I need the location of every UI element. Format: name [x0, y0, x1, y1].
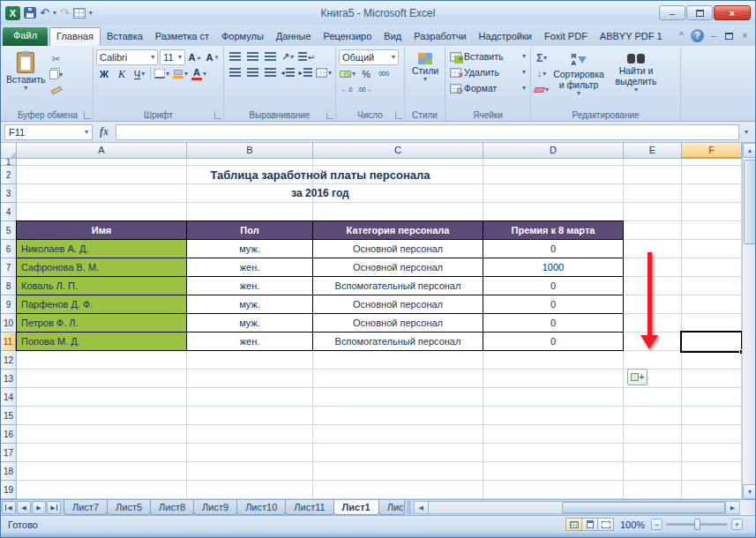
fill-button[interactable]: ↓▾ [534, 66, 550, 81]
grow-font-button[interactable]: А▲ [187, 50, 203, 65]
row-header-11[interactable]: 11 [1, 333, 17, 351]
category-cell[interactable]: Основной персонал [313, 314, 483, 333]
name-cell[interactable]: Петров Ф. Л. [17, 314, 187, 333]
sheet-subtitle[interactable]: за 2016 год [17, 184, 624, 203]
format-cells-button[interactable]: ⚙ Формат ▾ [448, 80, 528, 96]
next-sheet-button[interactable]: ▶ [32, 501, 46, 514]
autosum-button[interactable]: Σ▾ [534, 50, 550, 65]
undo-dropdown-icon[interactable]: ▾ [53, 10, 56, 17]
bold-button[interactable]: Ж [96, 66, 112, 81]
row-header-12[interactable]: 12 [1, 351, 17, 370]
bonus-cell[interactable]: 0 [483, 333, 624, 351]
column-header-a[interactable]: A [17, 143, 187, 159]
sort-filter-button[interactable]: ЯА Сортировка и фильтр ▾ [551, 49, 606, 109]
font-name-combo[interactable]: Calibri▾ [96, 49, 158, 65]
column-header-f[interactable]: F [682, 143, 742, 159]
row-header-19[interactable]: 19 [1, 481, 17, 499]
maximize-button[interactable] [686, 5, 713, 20]
vertical-scrollbar[interactable]: ▲ ▼ [742, 143, 756, 499]
excel-logo-icon[interactable]: X [5, 6, 20, 20]
sheet-tab-list1-active[interactable]: Лист1 [333, 500, 379, 515]
category-cell[interactable]: Основной персонал [313, 258, 483, 277]
gender-cell[interactable]: жен. [187, 333, 313, 351]
increase-indent-button[interactable]: ▸ [297, 65, 313, 80]
row-header-13[interactable]: 13 [1, 370, 17, 388]
find-select-button[interactable]: Найти и выделить ▾ [608, 49, 664, 109]
align-top-button[interactable] [227, 49, 243, 64]
tab-addins[interactable]: Надстройки [473, 27, 538, 46]
vertical-scroll-thumb[interactable] [744, 160, 756, 244]
percent-format-button[interactable]: % [358, 66, 374, 81]
gender-cell[interactable]: муж. [187, 314, 313, 333]
row-header-9[interactable]: 9 [1, 295, 17, 314]
zoom-level-text[interactable]: 100% [618, 519, 647, 530]
sheet-title[interactable]: Таблица заработной платы персонала [17, 166, 624, 184]
last-sheet-button[interactable]: ▶ [47, 501, 61, 514]
category-cell[interactable]: Основной персонал [313, 240, 483, 258]
name-cell[interactable]: Николаев А. Д. [17, 240, 187, 258]
workbook-restore-icon[interactable] [722, 29, 736, 42]
table-header-cell[interactable]: Премия к 8 марта [483, 221, 624, 240]
zoom-in-button[interactable]: + [731, 519, 743, 530]
sheet-tab-list5[interactable]: Лист5 [107, 500, 151, 515]
bonus-cell[interactable]: 0 [483, 314, 624, 333]
increase-decimal-button[interactable]: ←.0 [339, 82, 355, 97]
first-sheet-button[interactable]: ◀ [2, 501, 16, 514]
fill-color-button[interactable]: ▾ [172, 66, 189, 81]
row-header-1[interactable]: 1 [1, 159, 17, 166]
tab-data[interactable]: Данные [270, 27, 318, 46]
row-header-5[interactable]: 5 [1, 221, 17, 240]
merge-center-button[interactable]: ▾ [315, 65, 333, 80]
workbook-close-icon[interactable]: × [738, 29, 752, 42]
row-header-7[interactable]: 7 [1, 258, 17, 277]
bonus-cell[interactable]: 0 [483, 295, 624, 314]
row-header-2[interactable]: 2 [1, 166, 17, 184]
category-cell[interactable]: Основной персонал [313, 295, 483, 314]
page-layout-view-button[interactable] [581, 518, 598, 531]
category-cell[interactable]: Вспомогательный персонал [313, 333, 483, 351]
help-icon[interactable]: ? [691, 29, 704, 42]
borders-button[interactable]: ▾ [153, 66, 170, 81]
bonus-cell[interactable]: 0 [483, 277, 624, 295]
align-bottom-button[interactable] [262, 49, 278, 64]
formula-bar-expand-button[interactable]: ▾ [739, 124, 753, 140]
category-cell[interactable]: Вспомогательный персонал [313, 277, 483, 295]
table-icon[interactable] [73, 8, 86, 19]
undo-icon[interactable]: ↶ [40, 7, 49, 19]
align-middle-button[interactable] [244, 49, 260, 64]
tab-formulas[interactable]: Формулы [215, 27, 270, 46]
table-header-cell[interactable]: Пол [187, 221, 313, 240]
horizontal-scroll-track[interactable] [429, 502, 725, 513]
customize-qat-icon[interactable]: ▾ [89, 10, 93, 17]
row-header-6[interactable]: 6 [1, 240, 17, 258]
gender-cell[interactable]: муж. [187, 295, 313, 314]
insert-cells-button[interactable]: + Вставить ▾ [448, 49, 528, 64]
autofill-options-button[interactable]: + [627, 369, 647, 385]
row-header-18[interactable]: 18 [1, 462, 17, 481]
copy-button[interactable]: ▾ [49, 67, 64, 82]
bonus-cell[interactable]: 1000 [483, 258, 624, 277]
zoom-slider[interactable] [666, 523, 728, 526]
tab-review[interactable]: Рецензиро [318, 27, 378, 46]
scroll-right-icon[interactable]: ▶ [725, 502, 739, 513]
align-left-button[interactable] [227, 65, 243, 80]
align-center-button[interactable] [244, 65, 260, 80]
font-size-combo[interactable]: 11▾ [160, 49, 185, 65]
normal-view-button[interactable] [565, 518, 582, 531]
grid-cells-area[interactable]: Таблица заработной платы персонала за 20… [17, 159, 742, 499]
name-cell[interactable]: Попова М. Д. [17, 333, 187, 351]
prev-sheet-button[interactable]: ◀ [17, 501, 31, 514]
dialog-launcher-icon[interactable] [326, 112, 333, 119]
tab-abbyy-pdf[interactable]: ABBYY PDF 1 [594, 27, 669, 46]
italic-button[interactable]: К [114, 66, 130, 81]
horizontal-scroll-thumb[interactable] [562, 502, 725, 513]
tab-insert[interactable]: Вставка [101, 27, 149, 46]
name-cell[interactable]: Сафронова В. М. [17, 258, 187, 277]
row-header-16[interactable]: 16 [1, 425, 17, 444]
shrink-font-button[interactable]: А▼ [205, 50, 221, 65]
wrap-text-button[interactable]: ↩ [297, 49, 316, 64]
column-header-e[interactable]: E [624, 143, 682, 159]
decrease-decimal-button[interactable]: .00→ [356, 82, 373, 97]
scroll-down-icon[interactable]: ▼ [743, 484, 756, 499]
dialog-launcher-icon[interactable] [214, 112, 221, 119]
